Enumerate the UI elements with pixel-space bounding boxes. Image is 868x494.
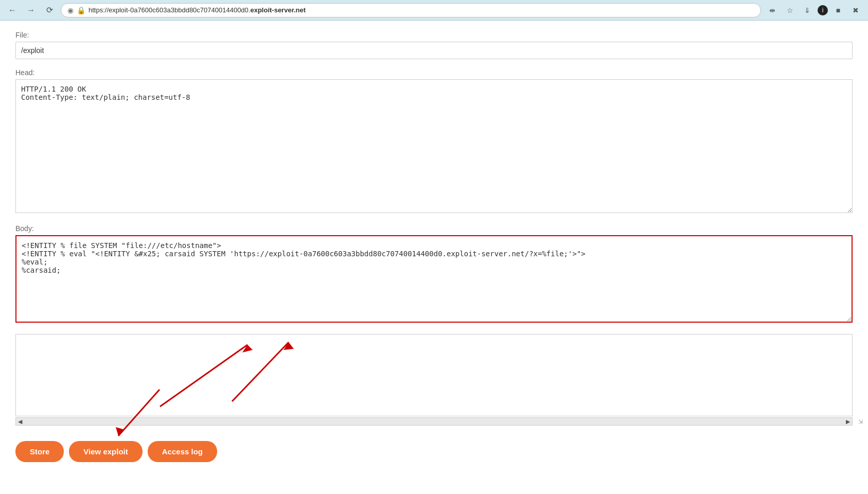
- body-label: Body:: [15, 224, 853, 233]
- svg-line-2: [232, 342, 289, 401]
- lock-icon: 🔒: [77, 6, 85, 14]
- shield-icon: ◉: [67, 6, 74, 14]
- buttons-area: Store View exploit Access log: [15, 436, 853, 467]
- download-button[interactable]: ⇓: [800, 3, 814, 17]
- file-field-group: File:: [15, 31, 853, 59]
- address-prefix: https://exploit-0a7600c603a3bbdd80c70740…: [88, 6, 250, 14]
- address-bar[interactable]: ◉ 🔒 https://exploit-0a7600c603a3bbdd80c7…: [61, 3, 761, 17]
- access-log-button[interactable]: Access log: [148, 441, 217, 462]
- store-button[interactable]: Store: [15, 441, 64, 462]
- scroll-left-arrow[interactable]: ◀: [18, 418, 22, 425]
- browser-chrome: ← → ⟳ ◉ 🔒 https://exploit-0a7600c603a3bb…: [0, 0, 868, 21]
- address-text: https://exploit-0a7600c603a3bbdd80c70740…: [88, 6, 306, 14]
- page-content: File: Head: HTTP/1.1 200 OK Content-Type…: [0, 21, 868, 494]
- body-scroll-area: [15, 334, 853, 416]
- body-textarea[interactable]: <!ENTITY % file SYSTEM "file:///etc/host…: [15, 235, 853, 323]
- head-field-group: Head: HTTP/1.1 200 OK Content-Type: text…: [15, 68, 853, 215]
- address-domain: exploit-server.net: [250, 6, 306, 14]
- file-input[interactable]: [15, 42, 853, 59]
- svg-marker-5: [116, 427, 125, 436]
- scroll-right-arrow[interactable]: ▶: [846, 418, 850, 425]
- horizontal-scrollbar[interactable]: ◀ ▶ ⇲: [15, 417, 853, 426]
- forward-button[interactable]: →: [24, 3, 38, 17]
- resize-handle: ⇲: [858, 418, 863, 425]
- extensions-button[interactable]: ■: [831, 3, 845, 17]
- svg-marker-1: [242, 345, 253, 352]
- body-field-group: Body: <!ENTITY % file SYSTEM "file:///et…: [15, 224, 853, 325]
- back-button[interactable]: ←: [5, 3, 20, 17]
- view-exploit-button[interactable]: View exploit: [69, 441, 142, 462]
- qr-code-button[interactable]: ⇼: [765, 3, 780, 17]
- reload-button[interactable]: ⟳: [42, 3, 57, 17]
- info-button[interactable]: i: [818, 5, 828, 15]
- browser-actions: ⇼ ☆ ⇓ i ■ ✖: [765, 3, 863, 17]
- buttons-section: Store View exploit Access log: [15, 436, 853, 467]
- file-label: File:: [15, 31, 853, 39]
- annotation-svg: [16, 334, 852, 416]
- head-textarea[interactable]: HTTP/1.1 200 OK Content-Type: text/plain…: [15, 79, 853, 213]
- close-tab-button[interactable]: ✖: [848, 3, 863, 17]
- svg-line-0: [160, 345, 247, 407]
- svg-marker-3: [284, 342, 294, 350]
- head-label: Head:: [15, 68, 853, 77]
- bookmark-button[interactable]: ☆: [783, 3, 797, 17]
